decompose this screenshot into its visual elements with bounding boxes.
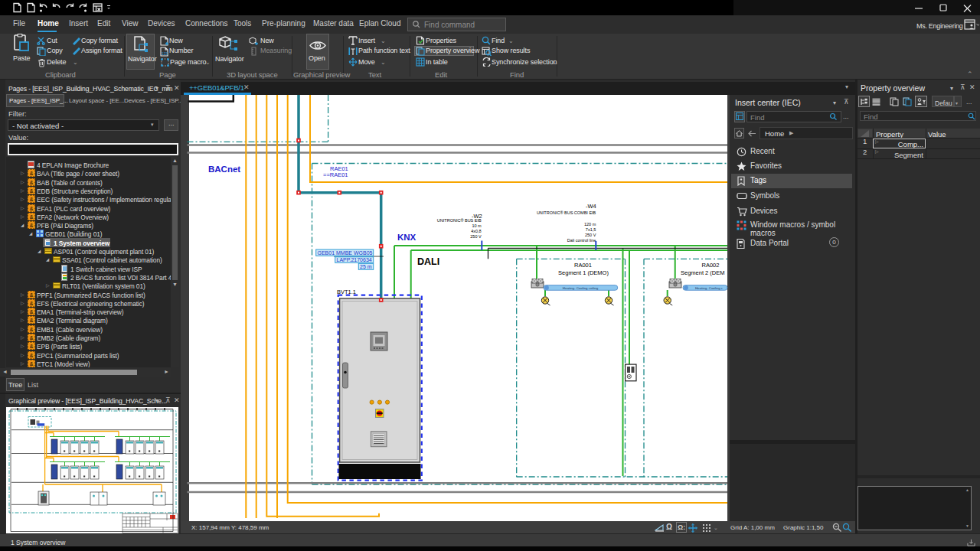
svg-text:4x0,8: 4x0,8 bbox=[471, 229, 481, 233]
svg-text:RA002: RA002 bbox=[702, 262, 720, 269]
svg-text:RA001: RA001 bbox=[574, 262, 592, 269]
svg-text:Heating- Cooling ceiling: Heating- Cooling ceiling bbox=[563, 286, 599, 290]
svg-text:UNITRONIC® BUS EIB: UNITRONIC® BUS EIB bbox=[437, 218, 482, 223]
svg-text:Heating- Cooling c: Heating- Cooling c bbox=[695, 286, 724, 290]
svg-text:250 V: 250 V bbox=[585, 233, 596, 237]
svg-text:KNX: KNX bbox=[397, 233, 416, 242]
svg-text:250 V: 250 V bbox=[470, 234, 482, 239]
svg-text:BVT1.1: BVT1.1 bbox=[337, 289, 356, 295]
svg-text:-W4: -W4 bbox=[586, 203, 596, 210]
svg-text:Segment 1 (DEMO): Segment 1 (DEMO) bbox=[558, 269, 609, 276]
svg-text:==RAE01: ==RAE01 bbox=[323, 171, 348, 178]
svg-text:GEB01 MMBE WGB05: GEB01 MMBE WGB05 bbox=[318, 250, 373, 256]
svg-text:25 m: 25 m bbox=[360, 264, 372, 269]
svg-text:LAPP.2170634: LAPP.2170634 bbox=[337, 257, 372, 262]
svg-text:BACnet: BACnet bbox=[208, 165, 240, 174]
svg-text:120 m: 120 m bbox=[584, 222, 596, 227]
svg-text:UNITRONIC® BUS COMBI EIB: UNITRONIC® BUS COMBI EIB bbox=[537, 210, 596, 215]
svg-text:7x1,5: 7x1,5 bbox=[586, 227, 596, 232]
svg-text:123: 123 bbox=[162, 51, 168, 56]
svg-text:Segment 2 (DEM: Segment 2 (DEM bbox=[681, 269, 725, 276]
svg-text:DALI: DALI bbox=[417, 256, 439, 267]
svg-text:Dali control line: Dali control line bbox=[567, 238, 596, 243]
svg-text:10 m: 10 m bbox=[472, 223, 482, 228]
